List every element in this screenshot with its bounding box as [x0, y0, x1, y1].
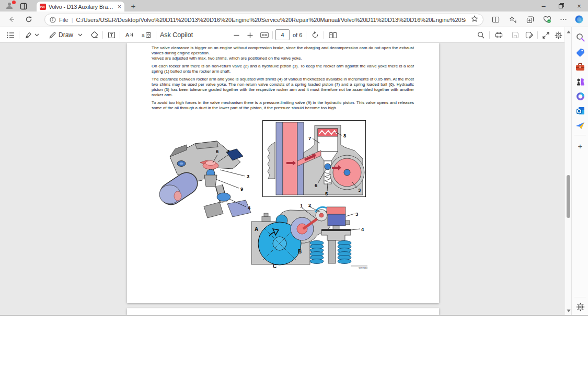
- fullscreen-button[interactable]: [540, 30, 551, 40]
- browser-tab[interactable]: PDF Volvo - D13 Auxilary Brake Engin ×: [37, 2, 124, 11]
- refresh-button[interactable]: [24, 14, 34, 25]
- save-icon: [512, 31, 519, 39]
- save-button[interactable]: [510, 30, 521, 40]
- add-text-button[interactable]: [106, 30, 117, 40]
- find-button[interactable]: [476, 30, 486, 40]
- svg-text:a: a: [142, 32, 145, 38]
- figure-rocker-arm-isometric: 6 7 3 9 4: [154, 133, 256, 222]
- url-text[interactable]: C:/Users/USER/Desktop/Volvo%20D11%20D13%…: [76, 17, 466, 23]
- two-page-view-icon: [329, 32, 337, 39]
- pdf-page-5-edge: [127, 308, 439, 315]
- print-button[interactable]: [493, 30, 504, 40]
- workspaces-button[interactable]: [19, 2, 28, 10]
- rotate-icon: [312, 31, 319, 39]
- draw-label[interactable]: Draw: [59, 30, 73, 40]
- sidebar-outlook-button[interactable]: [574, 105, 586, 117]
- translate-icon: a: [142, 31, 152, 39]
- plus-icon: [247, 32, 253, 38]
- search-icon: [477, 31, 485, 39]
- copilot-icon: [574, 15, 584, 24]
- restore-icon: [558, 3, 564, 9]
- restore-button[interactable]: [552, 0, 570, 11]
- new-tab-button[interactable]: +: [129, 1, 138, 10]
- ask-copilot-button[interactable]: Ask Copilot: [160, 30, 193, 40]
- edge-sidebar: +: [571, 27, 588, 315]
- toolbox-icon: [575, 63, 585, 71]
- draw-button[interactable]: [47, 30, 57, 40]
- pdf-file-icon: PDF: [40, 4, 46, 10]
- vertical-scrollbar[interactable]: [564, 27, 571, 315]
- figure-id: W7/2140: [359, 266, 367, 269]
- figure-valve-cross-section: 7 8 6 5 3: [262, 120, 366, 197]
- collections-button[interactable]: [525, 14, 535, 25]
- window-close-button[interactable]: ×: [570, 0, 588, 11]
- more-dots-icon: [560, 16, 567, 23]
- browser-essentials-button[interactable]: [542, 14, 552, 25]
- split-screen-button[interactable]: [490, 14, 501, 25]
- paragraph: On each rocker arm there is an non-retur…: [152, 64, 414, 74]
- shopping-tag-icon: [576, 48, 585, 57]
- save-as-button[interactable]: [524, 30, 534, 40]
- figure-rocker-cam-side-view: 1 2 3 4 A B C W7/2140: [248, 203, 368, 269]
- highlighter-menu-chevron[interactable]: [33, 30, 40, 40]
- sidebar-m365-button[interactable]: [574, 90, 586, 102]
- tab-close-button[interactable]: ×: [118, 4, 121, 10]
- sidebar-tools-button[interactable]: [574, 61, 586, 73]
- favorites-button[interactable]: [508, 14, 518, 25]
- site-info-icon[interactable]: [50, 17, 56, 23]
- sidebar-drop-button[interactable]: [574, 120, 586, 131]
- eraser-button[interactable]: [89, 30, 99, 40]
- rotate-button[interactable]: [310, 30, 320, 40]
- chevron-down-icon: [34, 33, 39, 37]
- callout-2: 2: [308, 203, 311, 208]
- back-button[interactable]: [6, 14, 17, 25]
- page-view-button[interactable]: [327, 30, 339, 40]
- sidebar-add-button[interactable]: +: [574, 140, 586, 152]
- zoom-in-button[interactable]: [245, 30, 255, 40]
- refresh-icon: [25, 16, 32, 23]
- toc-button[interactable]: [5, 30, 16, 40]
- read-aloud-button[interactable]: A: [123, 30, 135, 40]
- copilot-button[interactable]: [574, 14, 584, 25]
- settings-more-button[interactable]: [558, 14, 569, 25]
- expand-icon: [543, 32, 549, 39]
- games-chess-icon: [575, 77, 585, 86]
- fit-to-width-button[interactable]: [259, 30, 270, 40]
- scrollbar-thumb[interactable]: [567, 175, 570, 218]
- callout-6: 6: [216, 148, 218, 154]
- sidebar-shopping-button[interactable]: [574, 47, 586, 58]
- address-bar[interactable]: File | C:/Users/USER/Desktop/Volvo%20D11…: [44, 14, 483, 26]
- callout-9: 9: [240, 186, 243, 192]
- favorite-star-button[interactable]: [471, 15, 478, 25]
- callout-3: 3: [355, 211, 358, 217]
- tab-title: Volvo - D13 Auxilary Brake Engin: [49, 4, 115, 10]
- save-as-icon: [525, 31, 533, 39]
- profile-button[interactable]: [5, 2, 15, 10]
- split-screen-icon: [492, 16, 500, 24]
- sidebar-games-button[interactable]: [574, 76, 586, 87]
- sidebar-settings-button[interactable]: [574, 301, 586, 312]
- callout-4: 4: [361, 226, 364, 232]
- highlighter-button[interactable]: [23, 30, 33, 40]
- sidebar-search-button[interactable]: [574, 31, 586, 43]
- pdf-settings-button[interactable]: [553, 30, 563, 40]
- highlighter-icon: [25, 31, 32, 39]
- browser-window: PDF Volvo - D13 Auxilary Brake Engin × +…: [0, 0, 588, 315]
- minimize-button[interactable]: –: [535, 0, 552, 11]
- title-bar: PDF Volvo - D13 Auxilary Brake Engin × +…: [0, 0, 588, 11]
- search-icon: [576, 33, 585, 42]
- zoom-out-button[interactable]: [232, 30, 241, 40]
- sidebar-divider: [574, 297, 586, 297]
- outlook-icon: [576, 107, 585, 115]
- text-box-icon: [108, 31, 116, 39]
- translate-button[interactable]: a: [140, 30, 153, 40]
- callout-7: 7: [308, 135, 311, 141]
- pdf-viewport[interactable]: The valve clearance is bigger on an engi…: [0, 43, 564, 315]
- svg-text:A: A: [125, 32, 130, 38]
- url-separator: |: [72, 17, 73, 23]
- label-A: A: [255, 226, 258, 232]
- draw-menu-chevron[interactable]: [76, 30, 84, 40]
- printer-icon: [495, 31, 503, 39]
- page-number-input[interactable]: [275, 29, 290, 40]
- browser-essentials-icon: [543, 16, 551, 24]
